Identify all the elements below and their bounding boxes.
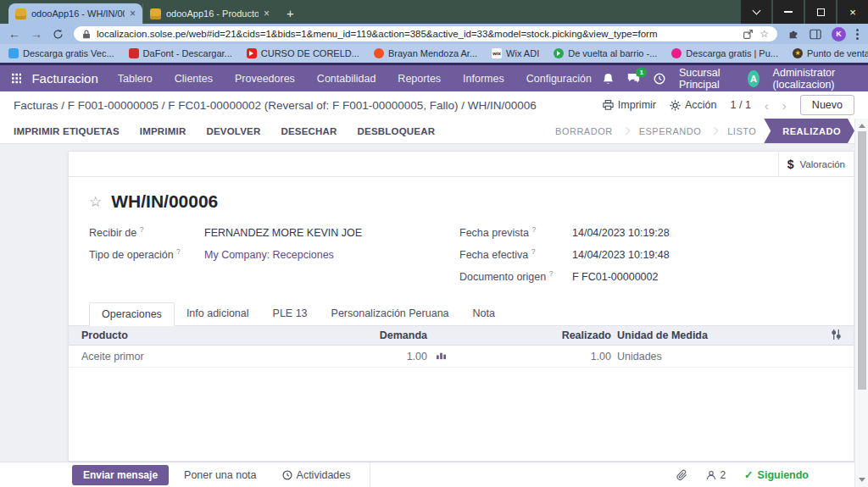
cell-done[interactable]: 1.00 [454,346,611,368]
close-button[interactable]: × [837,0,868,24]
forecast-chart-icon[interactable] [436,351,447,360]
menu-proveedores[interactable]: Proveedores [224,73,306,85]
cell-uom[interactable]: Unidades [611,346,818,368]
browser-tab-inactive[interactable]: odooApp16 - Productos × [142,3,276,24]
tab-info-adicional[interactable]: Info adicional [175,302,261,325]
menu-contabilidad[interactable]: Contabilidad [306,73,387,85]
field-value[interactable]: 14/04/2023 10:19:28 [572,227,670,239]
window-controls: × [741,0,868,24]
col-demanda[interactable]: Demanda [361,326,427,346]
activities-button[interactable]: Actividades [272,465,361,485]
col-realizado[interactable]: Realizado [454,326,611,346]
forward-icon[interactable]: → [31,28,42,40]
url-bar[interactable]: localizacion.solse.pe/web#id=21&cids=1&b… [74,26,777,42]
activities-clock-icon[interactable] [654,73,665,85]
col-unidad-medida[interactable]: Unidad de Medida [611,326,818,346]
menu-configuracion[interactable]: Configuración [515,73,603,85]
user-avatar[interactable]: A [748,70,759,87]
browser-menu-icon[interactable] [856,29,859,40]
status-borrador[interactable]: BORRADOR [548,126,620,136]
print-button[interactable]: Imprimir [603,99,656,111]
field-value[interactable]: FERNANDEZ MORE KEVIN JOE [204,227,362,239]
tab-ple-13[interactable]: PLE 13 [261,302,320,325]
send-message-button[interactable]: Enviar mensaje [72,465,169,485]
tab-operaciones[interactable]: Operaciones [89,302,175,326]
scrollbar-thumb[interactable] [858,131,866,390]
table-row[interactable]: Aceite primor 1.00 1.00 Unidades [69,346,854,368]
following-button[interactable]: ✓ Siguiendo [744,468,809,481]
cell-demand[interactable]: 1.00 [361,346,427,368]
menu-informes[interactable]: Informes [452,73,515,85]
new-tab-button[interactable]: + [287,6,294,20]
user-menu[interactable]: Administrator (localizacion) [773,67,856,91]
status-realizado-active[interactable]: REALIZADO [764,119,854,143]
status-esperando[interactable]: ESPERANDO [632,126,709,136]
field-value[interactable]: F FC01-00000002 [572,271,658,283]
bookmark-item[interactable]: Descarga gratis | Pu... [671,48,778,58]
tab-nota[interactable]: Nota [461,302,507,325]
company-switcher[interactable]: Sucursal Principal [679,67,735,91]
menu-clientes[interactable]: Clientes [164,73,224,85]
browser-toolbar: ← → localizacion.solse.pe/web#id=21&cids… [0,24,868,44]
browser-titlebar: odooApp16 - WH/IN/00006 × odooApp16 - Pr… [0,0,868,24]
back-icon[interactable]: ← [8,28,20,40]
bookmark-item[interactable]: Descarga gratis Vec... [8,48,114,58]
action-menu-button[interactable]: Acción [670,99,717,111]
vertical-scrollbar[interactable] [854,119,868,487]
bookmark-item[interactable]: DaFont - Descargar... [129,48,232,58]
menu-reportes[interactable]: Reportes [387,73,452,85]
tab-close-icon[interactable]: × [264,8,270,19]
restore-button[interactable] [805,0,836,24]
apps-grid-icon[interactable] [12,72,21,85]
pager-next-icon[interactable]: › [782,99,787,112]
share-icon[interactable] [743,29,754,40]
valuation-smart-button[interactable]: $ Valoración [778,152,854,176]
col-producto[interactable]: Producto [69,326,361,346]
followers-button[interactable]: 2 [706,469,726,481]
attachment-icon[interactable] [676,469,687,481]
browser-tab-active[interactable]: odooApp16 - WH/IN/00006 × [8,3,142,24]
bookmark-item[interactable]: ★Punto de venta Ven... [793,48,868,58]
menu-tablero[interactable]: Tablero [107,73,164,85]
side-panel-icon[interactable] [810,29,821,40]
scroll-down-icon[interactable] [859,478,865,482]
status-listo[interactable]: LISTO [720,126,764,136]
tab-search-button[interactable] [741,0,771,24]
cell-product[interactable]: Aceite primor [69,346,361,368]
chatter-bar: Enviar mensaje Poner una nota Actividade… [0,462,868,487]
optional-columns-icon[interactable] [831,329,842,340]
new-button[interactable]: Nuevo [800,95,854,115]
play-favicon [554,48,564,58]
return-button[interactable]: DEVOLVER [206,126,260,136]
field-value-link[interactable]: My Company: Recepciones [204,249,334,261]
app-name[interactable]: Facturacion [31,71,97,86]
restore-icon [817,8,825,16]
profile-avatar[interactable]: K [832,27,846,42]
print-labels-button[interactable]: IMPRIMIR ETIQUETAS [14,126,120,136]
url-text[interactable]: localizacion.solse.pe/web#id=21&cids=1&b… [97,29,737,39]
bookmark-star-icon[interactable]: ☆ [760,29,769,39]
record-title: WH/IN/00006 [111,191,218,212]
tab-personalizacion-peruana[interactable]: Personalización Peruana [320,302,461,325]
bookmark-item[interactable]: CURSO DE CORELD... [247,48,359,58]
scrap-button[interactable]: DESECHAR [281,126,337,136]
unlock-button[interactable]: DESBLOQUEAR [358,126,436,136]
print-button-2[interactable]: IMPRIMIR [140,126,186,136]
field-recibir-de: Recibir de ? FERNANDEZ MORE KEVIN JOE [89,225,459,239]
button-box: $ Valoración [69,152,854,177]
log-note-button[interactable]: Poner una nota [174,465,267,485]
bookmark-item[interactable]: De vuelta al barrio -... [554,48,657,58]
bookmark-item[interactable]: wixWix ADI [492,48,539,58]
pager-prev-icon[interactable]: ‹ [765,99,769,112]
scroll-up-icon[interactable] [859,124,865,128]
extensions-icon[interactable] [787,28,799,40]
breadcrumb[interactable]: Facturas / F F001-00000005 / F FC01-0000… [14,99,537,112]
field-value[interactable]: 14/04/2023 10:19:48 [572,249,670,261]
messages-icon[interactable]: 1 [627,73,640,84]
notifications-bell-icon[interactable] [603,73,614,85]
reload-icon[interactable] [53,29,64,40]
bookmark-item[interactable]: Brayan Mendoza Ar... [374,48,477,58]
minimize-button[interactable] [773,0,804,24]
tab-close-icon[interactable]: × [130,8,136,19]
favorite-star-icon[interactable]: ☆ [89,195,102,209]
